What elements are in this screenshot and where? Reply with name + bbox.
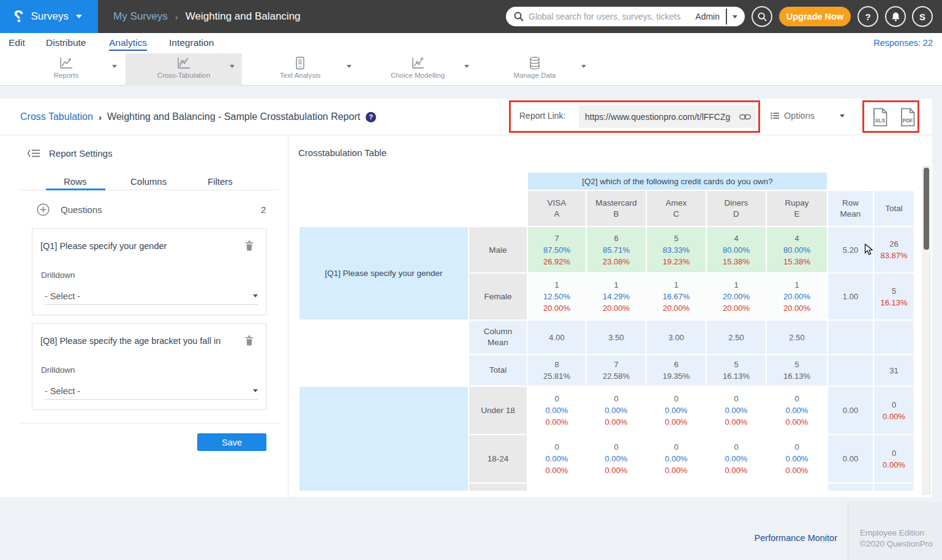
tab-filters[interactable]: Filters (208, 176, 233, 187)
breadcrumb-separator: › (99, 112, 102, 122)
help-button[interactable]: ? (857, 6, 878, 27)
tool-manage-data[interactable]: Manage Data (498, 56, 571, 79)
xls-label: XLS (875, 118, 886, 124)
tool-label: Text Analysis (280, 72, 320, 79)
column-mean-cell: 3.50 (587, 321, 646, 354)
search-input[interactable] (529, 12, 695, 21)
export-pdf-button[interactable]: PDF (899, 108, 916, 127)
document-icon (294, 56, 306, 70)
avatar-initial: S (919, 12, 925, 22)
manage-data-caret-icon[interactable] (581, 68, 586, 79)
delete-question-icon[interactable] (245, 335, 254, 346)
responses-count: Responses: 22 (873, 38, 933, 48)
row-label: Under 18 (469, 387, 527, 434)
product-caret-icon (76, 15, 82, 18)
reports-caret-icon[interactable] (112, 68, 117, 79)
product-menu[interactable]: ? Surveys (0, 0, 98, 33)
nav-edit[interactable]: Edit (9, 37, 25, 48)
tool-label: Reports (54, 72, 78, 79)
options-caret-icon[interactable] (840, 114, 845, 118)
tab-rows[interactable]: Rows (64, 176, 87, 187)
breadcrumb-current: Weighting and Balancing (186, 10, 301, 23)
questions-section: Questions (37, 203, 102, 216)
column-mean-cell: 2.50 (767, 321, 827, 354)
search-submit-button[interactable] (752, 6, 772, 27)
data-cell: 120.00%20.00% (707, 274, 766, 319)
cross-tabulation-link[interactable]: Cross Tabulation (20, 111, 93, 122)
data-cell: 685.71%23.08% (587, 227, 646, 272)
choice-modelling-caret-icon[interactable] (464, 68, 469, 79)
row-question-cell: [Q1] Please specify your gender (300, 227, 468, 319)
link-icon[interactable] (739, 113, 751, 121)
text-analysis-caret-icon[interactable] (347, 68, 352, 79)
partial-cell (767, 483, 827, 491)
edition-panel: Employee Edition ©2020 QuestionPro (848, 502, 942, 560)
column-header: VISAA (528, 191, 586, 226)
column-header: RupayE (767, 191, 827, 226)
row-label: Male (469, 227, 527, 272)
line-chart-icon (59, 56, 73, 70)
save-button[interactable]: Save (197, 433, 266, 451)
collapse-panel-icon[interactable] (27, 149, 40, 158)
tool-choice-modelling[interactable]: Choice Modelling (381, 56, 454, 79)
report-link-url[interactable]: https://www.questionpro.com/t/lFFCZg (585, 112, 739, 122)
total-row-cell: 722.58% (587, 355, 646, 386)
report-help-icon[interactable]: ? (366, 112, 376, 122)
age-question-cell (300, 387, 468, 491)
drilldown-label: Drilldown (41, 365, 75, 375)
question-title: [Q8] Please specify the age bracket you … (40, 336, 243, 346)
nav-distribute[interactable]: Distribute (46, 37, 86, 48)
report-settings-title: Report Settings (49, 148, 112, 159)
export-xls-button[interactable]: XLS (872, 108, 889, 127)
tab-columns[interactable]: Columns (130, 176, 167, 187)
drilldown-select[interactable]: - Select - (45, 288, 258, 305)
row-mean-cell: 5.20 (828, 227, 873, 272)
upgrade-now-button[interactable]: Upgrade Now (779, 7, 851, 26)
data-cell: 00.00%0.00% (528, 387, 586, 434)
tool-cross-tabulation[interactable]: Cross-Tabulation (147, 56, 220, 79)
add-question-icon[interactable] (37, 203, 50, 216)
tool-reports[interactable]: Reports (29, 56, 103, 79)
data-cell: 00.00%0.00% (767, 435, 827, 482)
nav-analytics[interactable]: Analytics (109, 37, 147, 51)
drilldown-label: Drilldown (41, 271, 75, 280)
row-mean-header: RowMean (828, 191, 873, 226)
performance-monitor-link[interactable]: Performance Monitor (755, 533, 837, 543)
column-mean-cell: 2.50 (707, 321, 766, 354)
tool-label: Choice Modelling (391, 72, 445, 79)
column-mean-label: Column Mean (469, 321, 527, 354)
options-button[interactable]: Options (771, 111, 815, 121)
partial-row-label (469, 483, 527, 491)
data-cell: 116.67%20.00% (647, 274, 706, 319)
top-breadcrumb: My Surveys › Weighting and Balancing (113, 0, 301, 33)
select-value: - Select - (45, 291, 80, 301)
cross-tabulation-caret-icon[interactable] (230, 68, 235, 79)
empty-cell (828, 355, 873, 386)
avatar[interactable]: S (912, 6, 933, 27)
search-scope-caret-icon[interactable] (733, 15, 737, 18)
notifications-button[interactable] (885, 6, 906, 27)
questions-count: 2 (261, 204, 266, 215)
breadcrumb-my-surveys[interactable]: My Surveys (113, 10, 168, 23)
total-row-cell: 516.13% (707, 355, 766, 386)
total-cell: 516.13% (874, 274, 914, 319)
report-title: Weighting and Balancing - Sample Crossta… (107, 111, 360, 122)
nav-integration[interactable]: Integration (169, 37, 214, 48)
data-cell: 00.00%0.00% (707, 435, 766, 482)
data-cell: 480.00%15.38% (767, 227, 827, 272)
drilldown-select[interactable]: - Select - (45, 383, 258, 400)
data-cell: 00.00%0.00% (528, 435, 586, 482)
edition-label: Employee Edition (860, 528, 942, 539)
total-header: Total (874, 191, 914, 226)
report-link-field[interactable]: https://www.questionpro.com/t/lFFCZg (579, 105, 756, 128)
delete-question-icon[interactable] (245, 241, 254, 251)
tool-text-analysis[interactable]: Text Analysis (263, 56, 337, 79)
questionpro-app: ? Surveys My Surveys › Weighting and Bal… (0, 0, 942, 560)
empty-cell (828, 321, 873, 354)
partial-cell (587, 483, 646, 491)
header-divider (0, 135, 932, 135)
search-icon (514, 12, 524, 21)
row-mean-cell: 0.00 (828, 435, 873, 482)
table-scrollbar-thumb[interactable] (924, 168, 929, 250)
total-row-cell: 516.13% (767, 355, 827, 386)
